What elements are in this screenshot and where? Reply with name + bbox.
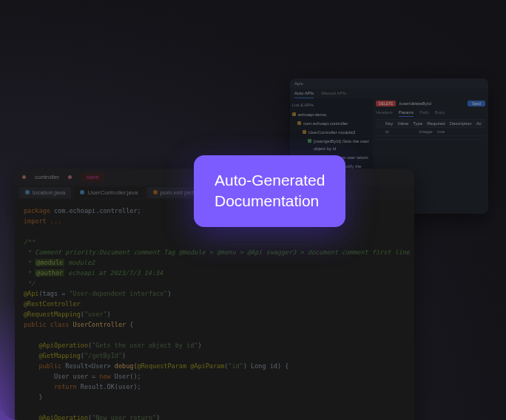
java-file-icon bbox=[25, 190, 30, 194]
api-top-tabs[interactable]: Auto APIs Manual APIs bbox=[290, 89, 488, 98]
tab-path[interactable]: Path bbox=[419, 109, 428, 117]
tab-params[interactable]: Params bbox=[399, 109, 414, 117]
tab-auto-apis[interactable]: Auto APIs bbox=[294, 89, 314, 98]
tree-controller[interactable]: UserController module2 bbox=[303, 128, 371, 137]
badge-line2: Documentation bbox=[215, 191, 325, 211]
table-header-row: Key Value Type Required Description Ac bbox=[376, 120, 485, 128]
tree-endpoint[interactable]: [user/getById] Gets the user object by i… bbox=[308, 137, 371, 153]
breadcrumb[interactable]: controller bbox=[35, 174, 59, 180]
tab-manual-apis[interactable]: Manual APIs bbox=[321, 89, 346, 98]
breadcrumb-file[interactable]: save bbox=[81, 172, 105, 182]
detail-tabs[interactable]: Headers Params Path Body bbox=[376, 109, 485, 117]
editor-tab[interactable]: UserController.java bbox=[74, 187, 144, 198]
folder-icon bbox=[297, 121, 301, 125]
folder-icon bbox=[292, 112, 296, 116]
params-table: Key Value Type Required Description Ac i… bbox=[376, 119, 485, 140]
get-icon bbox=[308, 139, 311, 143]
send-button[interactable]: Send bbox=[468, 101, 485, 106]
xml-file-icon bbox=[153, 190, 158, 194]
editor-tab[interactable]: location.java bbox=[19, 187, 71, 198]
folder-icon bbox=[303, 130, 306, 134]
http-method-badge[interactable]: DELETE bbox=[376, 101, 396, 106]
tab-body[interactable]: Body bbox=[435, 109, 445, 117]
tab-headers[interactable]: Headers bbox=[376, 109, 393, 117]
breadcrumb-icon bbox=[22, 175, 26, 179]
tree-project[interactable]: echoapi-demo bbox=[292, 110, 371, 119]
tree-title: List & APIs bbox=[292, 101, 371, 109]
code-body[interactable]: package com.echoapi.controller; import .… bbox=[15, 200, 414, 420]
breadcrumb-icon bbox=[68, 175, 72, 179]
endpoint-path[interactable]: /user/deleteById bbox=[399, 101, 465, 106]
tree-package[interactable]: com.echoapi.controller bbox=[297, 119, 371, 128]
table-row[interactable]: id Integer true bbox=[376, 128, 485, 136]
badge-line1: Auto-Generated bbox=[215, 170, 325, 191]
api-panel-header: Apis bbox=[290, 78, 488, 89]
java-file-icon bbox=[80, 190, 84, 194]
feature-badge: Auto-Generated Documentation bbox=[194, 155, 345, 227]
api-panel-title: Apis bbox=[294, 81, 303, 86]
table-row[interactable] bbox=[376, 136, 485, 140]
